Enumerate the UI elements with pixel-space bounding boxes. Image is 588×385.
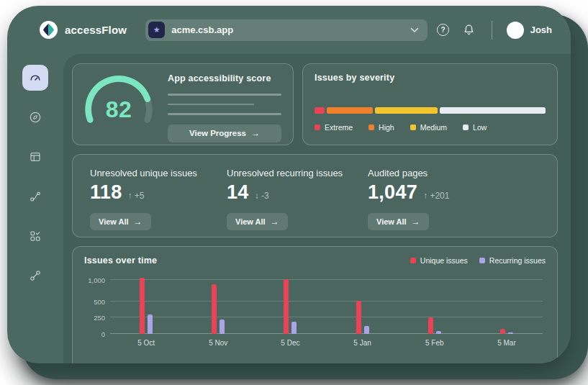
x-axis-tick: 5 Mar: [471, 339, 543, 347]
stat-label: Unresolved unique issues: [90, 168, 227, 178]
topbar-divider: [492, 21, 492, 40]
stat-block: Audited pages1,047↑ +201View All→: [368, 168, 540, 237]
top-actions: ? Josh: [435, 21, 552, 40]
severity-legend-item: High: [368, 123, 394, 132]
severity-card-title: Issues by severity: [315, 73, 546, 83]
project-selector[interactable]: ★ acme.csb.app: [145, 19, 428, 41]
brand-name: accessFlow: [65, 24, 127, 36]
y-axis-tick: 500: [81, 298, 105, 306]
bar-recurring-issues: [291, 322, 297, 334]
legend-swatch-icon: [410, 124, 416, 130]
stat-value: 118: [90, 181, 122, 204]
arrow-right-icon: →: [412, 217, 420, 227]
issues-by-severity-card: Issues by severity ExtremeHighMediumLow: [302, 63, 558, 145]
layout-icon: [28, 150, 42, 164]
view-all-button[interactable]: View All→: [227, 213, 288, 230]
severity-segment-medium: [375, 107, 438, 114]
help-button[interactable]: ?: [435, 22, 451, 38]
arrow-right-icon: →: [271, 217, 279, 227]
chart-title: Issues over time: [84, 255, 157, 266]
stat-value: 1,047: [368, 181, 417, 204]
sidebar-item-layout[interactable]: [22, 144, 48, 170]
severity-segment-high: [327, 107, 373, 114]
view-all-button[interactable]: View All→: [368, 213, 429, 230]
bell-icon: [462, 23, 476, 37]
arrow-right-icon: →: [251, 128, 260, 138]
top-cards-row: 82 App accessibility score View Progress…: [72, 63, 558, 145]
bar-group-5-oct: [110, 271, 182, 334]
bar-unique-issues: [212, 284, 217, 334]
stats-summary-card: Unresolved unique issues118↑ +5View All→…: [72, 154, 558, 237]
bar-unique-issues: [500, 329, 505, 334]
sidebar-item-flow[interactable]: [22, 184, 48, 209]
view-all-label: View All: [235, 217, 266, 226]
user-menu[interactable]: Josh: [507, 22, 552, 39]
app-window: accessFlow ★ acme.csb.app ? Jo: [7, 6, 571, 363]
bar-group-5-jan: [327, 271, 399, 334]
y-axis-tick: 1,000: [81, 276, 105, 284]
view-progress-button[interactable]: View Progress →: [168, 124, 281, 142]
legend-label: Medium: [420, 123, 447, 132]
severity-segment-low: [440, 107, 546, 114]
bar-group-5-dec: [254, 271, 326, 334]
x-axis-tick: 5 Nov: [182, 339, 254, 347]
brand: accessFlow: [39, 20, 127, 40]
x-axis-tick: 5 Feb: [399, 339, 471, 347]
stat-block: Unresolved recurring issues14↓ -3View Al…: [227, 168, 368, 237]
x-axis-tick: 5 Jan: [327, 339, 399, 347]
view-all-label: View All: [99, 217, 129, 226]
score-value: 82: [81, 96, 156, 123]
score-card-title: App accessibility score: [168, 73, 281, 83]
gauge-icon: [28, 71, 42, 85]
view-all-button[interactable]: View All→: [90, 213, 151, 230]
stat-delta: ↑ +201: [423, 191, 449, 201]
legend-swatch-icon: [463, 124, 469, 130]
x-axis-tick: 5 Oct: [110, 339, 182, 347]
bar-group-5-nov: [182, 271, 254, 334]
sidebar: [7, 54, 63, 363]
window-body: 82 App accessibility score View Progress…: [7, 54, 571, 363]
legend-swatch-icon: [479, 258, 485, 263]
chart-legend-item: Recurring issues: [479, 256, 546, 265]
legend-label: Unique issues: [420, 256, 468, 265]
bar-recurring-issues: [364, 326, 369, 334]
sidebar-item-compass[interactable]: [22, 104, 48, 130]
sidebar-item-integrations[interactable]: [22, 263, 48, 289]
score-card-right: App accessibility score View Progress →: [168, 71, 281, 138]
main-content: 82 App accessibility score View Progress…: [63, 54, 571, 363]
skeleton-line: [168, 113, 281, 115]
chart-legend: Unique issuesRecurring issues: [410, 256, 546, 265]
severity-legend-item: Low: [463, 123, 487, 132]
notifications-button[interactable]: [461, 22, 477, 38]
tasks-icon: [28, 229, 42, 243]
accessflow-logo-icon: [39, 20, 58, 40]
bar-unique-issues: [428, 317, 433, 334]
stat-value-row: 118↑ +5: [90, 181, 227, 204]
flow-icon: [28, 189, 42, 204]
legend-swatch-icon: [410, 258, 416, 263]
integrations-icon: [28, 268, 42, 283]
chart-header: Issues over time Unique issuesRecurring …: [84, 254, 546, 267]
sidebar-item-tasks[interactable]: [22, 223, 48, 249]
severity-legend: ExtremeHighMediumLow: [315, 123, 546, 132]
star-icon: ★: [148, 22, 165, 38]
accessibility-score-card: 82 App accessibility score View Progress…: [72, 63, 294, 145]
bar-recurring-issues: [148, 314, 153, 334]
chevron-down-icon: [410, 27, 419, 33]
legend-label: Extreme: [325, 123, 353, 132]
bar-group-5-mar: [471, 271, 543, 334]
arrow-right-icon: →: [134, 217, 143, 227]
stat-label: Audited pages: [368, 168, 540, 178]
help-icon: ?: [437, 24, 449, 36]
bar-unique-issues: [140, 278, 145, 334]
skeleton-line: [168, 104, 254, 106]
legend-swatch-icon: [315, 124, 320, 130]
bar-recurring-issues: [220, 320, 225, 334]
compass-icon: [28, 110, 42, 124]
stat-block: Unresolved unique issues118↑ +5View All→: [90, 168, 227, 237]
sidebar-item-gauge[interactable]: [22, 65, 48, 91]
bar-unique-issues: [284, 279, 289, 334]
project-name: acme.csb.app: [171, 24, 404, 35]
bar-recurring-issues: [508, 332, 513, 334]
legend-label: Low: [473, 123, 487, 132]
